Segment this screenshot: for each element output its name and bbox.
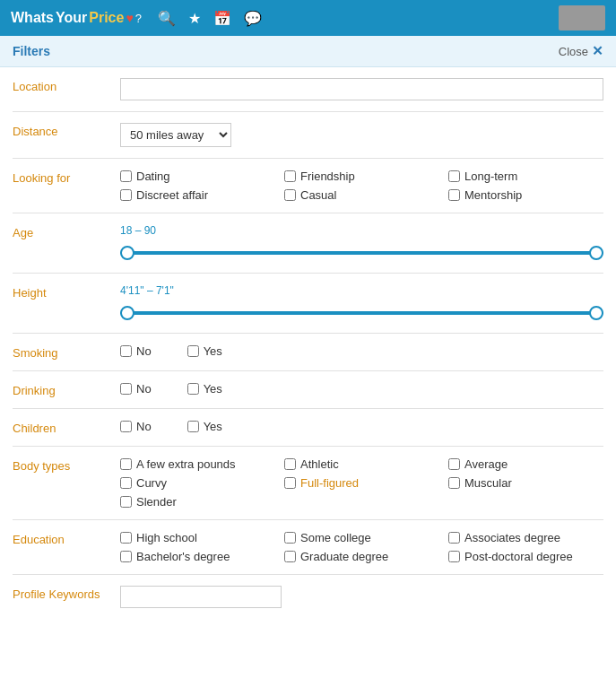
associates-label: Associates degree <box>464 531 560 544</box>
bachelors-checkbox[interactable] <box>120 551 132 562</box>
casual-checkbox[interactable] <box>284 189 296 201</box>
location-field <box>120 78 603 100</box>
extra-pounds-checkbox[interactable] <box>120 458 132 470</box>
looking-for-dating[interactable]: Dating <box>120 170 275 183</box>
chat-icon[interactable]: 💬 <box>244 10 262 27</box>
age-row: Age 18 – 90 <box>13 213 603 274</box>
children-yes[interactable]: Yes <box>187 420 222 433</box>
associates-checkbox[interactable] <box>448 532 460 544</box>
drinking-no-label: No <box>136 382 152 396</box>
profile-keywords-content <box>120 586 603 608</box>
longterm-label: Long-term <box>464 170 517 183</box>
search-icon[interactable]: 🔍 <box>158 10 176 27</box>
full-figured-checkbox[interactable] <box>284 477 296 489</box>
body-muscular[interactable]: Muscular <box>448 476 603 490</box>
body-slender[interactable]: Slender <box>120 495 275 509</box>
body-types-row: Body types A few extra pounds Athletic A… <box>13 447 603 520</box>
body-athletic[interactable]: Athletic <box>284 457 439 471</box>
muscular-checkbox[interactable] <box>448 477 460 489</box>
children-no-checkbox[interactable] <box>120 421 132 432</box>
drinking-label: Drinking <box>13 382 111 397</box>
high-school-checkbox[interactable] <box>120 532 132 544</box>
extra-pounds-label: A few extra pounds <box>136 457 236 471</box>
location-label: Location <box>13 78 111 93</box>
filters-content: Location Distance 10 miles away 25 miles… <box>0 67 616 619</box>
avatar[interactable] <box>559 5 605 30</box>
dating-checkbox[interactable] <box>120 170 132 182</box>
smoking-content: No Yes <box>120 344 603 358</box>
drinking-no[interactable]: No <box>120 382 152 396</box>
some-college-checkbox[interactable] <box>284 532 296 544</box>
drinking-row: Drinking No Yes <box>13 371 603 409</box>
body-types-label: Body types <box>13 457 111 473</box>
calendar-icon[interactable]: 📅 <box>213 10 231 27</box>
some-college-label: Some college <box>300 531 371 544</box>
edu-some-college[interactable]: Some college <box>284 531 439 544</box>
longterm-checkbox[interactable] <box>448 170 460 182</box>
children-label: Children <box>13 420 111 435</box>
edu-graduate[interactable]: Graduate degree <box>284 550 439 563</box>
drinking-no-checkbox[interactable] <box>120 383 132 395</box>
drinking-yes-label: Yes <box>204 382 222 396</box>
body-extra-pounds[interactable]: A few extra pounds <box>120 457 275 471</box>
profile-keywords-input[interactable] <box>120 586 282 608</box>
brand-your: Your <box>56 10 87 26</box>
slender-checkbox[interactable] <box>120 496 132 508</box>
smoking-no[interactable]: No <box>120 344 152 358</box>
graduate-checkbox[interactable] <box>284 551 296 562</box>
brand-price: Price <box>89 10 124 26</box>
looking-for-grid: Dating Friendship Long-term Discreet aff… <box>120 170 603 202</box>
header: Whats Your Price ♥ ? 🔍 ★ 📅 💬 <box>0 0 616 36</box>
looking-for-casual[interactable]: Casual <box>284 188 439 202</box>
body-full-figured[interactable]: Full-figured <box>284 476 439 490</box>
curvy-checkbox[interactable] <box>120 477 132 489</box>
height-slider-thumb-right[interactable] <box>589 306 603 320</box>
smoking-yes[interactable]: Yes <box>187 344 222 358</box>
bachelors-label: Bachelor's degree <box>136 550 230 563</box>
looking-for-friendship[interactable]: Friendship <box>284 170 439 183</box>
children-content: No Yes <box>120 420 603 433</box>
height-row: Height 4'11" – 7'1" <box>13 274 603 334</box>
height-slider[interactable] <box>120 304 603 322</box>
close-button[interactable]: Close ✕ <box>559 43 603 59</box>
drinking-yes[interactable]: Yes <box>187 382 222 396</box>
filters-bar: Filters Close ✕ <box>0 36 616 67</box>
athletic-checkbox[interactable] <box>284 458 296 470</box>
body-average[interactable]: Average <box>448 457 603 471</box>
smoking-no-checkbox[interactable] <box>120 345 132 357</box>
age-slider-thumb-right[interactable] <box>589 246 603 260</box>
edu-bachelors[interactable]: Bachelor's degree <box>120 550 275 563</box>
looking-for-mentorship[interactable]: Mentorship <box>448 188 603 202</box>
smoking-options: No Yes <box>120 344 603 358</box>
looking-for-longterm[interactable]: Long-term <box>448 170 603 183</box>
curvy-label: Curvy <box>136 476 167 490</box>
location-input[interactable] <box>120 78 603 100</box>
header-icons: 🔍 ★ 📅 💬 <box>158 10 262 27</box>
drinking-content: No Yes <box>120 382 603 396</box>
distance-select[interactable]: 10 miles away 25 miles away 50 miles awa… <box>120 123 231 147</box>
casual-label: Casual <box>300 188 336 202</box>
edu-high-school[interactable]: High school <box>120 531 275 544</box>
postdoctoral-checkbox[interactable] <box>448 551 460 562</box>
education-row: Education High school Some college Assoc… <box>13 520 603 575</box>
smoking-yes-checkbox[interactable] <box>187 345 199 357</box>
body-curvy[interactable]: Curvy <box>120 476 275 490</box>
friendship-checkbox[interactable] <box>284 170 296 182</box>
average-checkbox[interactable] <box>448 458 460 470</box>
looking-for-discreet[interactable]: Discreet affair <box>120 188 275 202</box>
edu-associates[interactable]: Associates degree <box>448 531 603 544</box>
height-slider-thumb-left[interactable] <box>120 306 134 320</box>
distance-label: Distance <box>13 123 111 138</box>
age-slider[interactable] <box>120 244 603 262</box>
children-no[interactable]: No <box>120 420 152 433</box>
height-range-label: 4'11" – 7'1" <box>120 284 603 297</box>
heart-icon: ♥ <box>126 11 133 25</box>
mentorship-checkbox[interactable] <box>448 189 460 201</box>
children-yes-checkbox[interactable] <box>187 421 199 432</box>
drinking-yes-checkbox[interactable] <box>187 383 199 395</box>
star-icon[interactable]: ★ <box>188 10 201 27</box>
edu-postdoctoral[interactable]: Post-doctoral degree <box>448 550 603 563</box>
discreet-checkbox[interactable] <box>120 189 132 201</box>
age-slider-track <box>120 251 603 255</box>
age-slider-thumb-left[interactable] <box>120 246 134 260</box>
